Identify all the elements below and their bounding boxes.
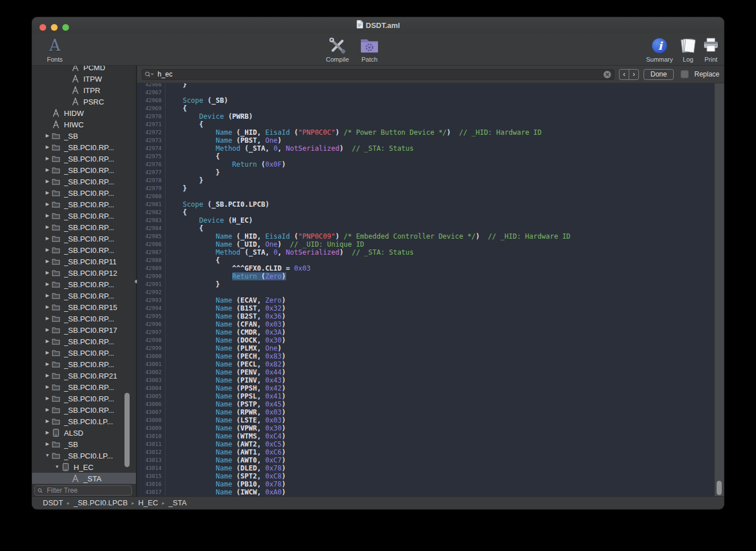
disclosure-collapsed-icon[interactable]: ▶ [43,359,51,370]
code-line[interactable]: 42980 [137,192,715,200]
breadcrumb-item[interactable]: _STA [168,498,187,507]
disclosure-collapsed-icon[interactable]: ▶ [43,153,51,164]
tree-item[interactable]: ▶_SB.PCI0.RP... [32,279,136,290]
code-line[interactable]: 43015 Name (SPT2, 0xC8) [137,472,715,480]
code-line[interactable]: 43004 Name (PPSH, 0x42) [137,384,715,392]
code-line[interactable]: 42975 { [137,152,715,160]
code-line[interactable]: 42966 } [137,83,715,89]
code-line[interactable]: 43017 Name (IWCW, 0xA0) [137,488,715,496]
disclosure-collapsed-icon[interactable]: ▶ [43,290,51,301]
tree-item[interactable]: ▶_SB.PCI0.RP... [32,290,136,301]
disclosure-collapsed-icon[interactable]: ▶ [43,416,51,427]
summary-button[interactable]: i Summary [642,35,677,63]
editor-scrollbar-thumb[interactable] [717,481,722,495]
code-line[interactable]: 43000 Name (PECH, 0x83) [137,352,715,360]
code-line[interactable]: 42997 Name (CMDR, 0x3A) [137,328,715,336]
disclosure-collapsed-icon[interactable]: ▶ [43,130,51,142]
code-line[interactable]: 43010 Name (WTMS, 0xC4) [137,432,715,440]
compile-button[interactable]: Compile [321,35,354,63]
code-line[interactable]: 42985 Name (_HID, EisaId ("PNP0C09") /* … [137,232,715,240]
disclosure-collapsed-icon[interactable]: ▶ [43,164,51,176]
fonts-button[interactable]: A Fonts [40,35,70,63]
disclosure-expanded-icon[interactable]: ▼ [43,450,51,461]
tree-item[interactable]: ▶_SB.PCI0.RP17 [32,324,136,336]
tree-item[interactable]: ▶_SB.PCI0.RP11 [32,256,136,267]
code-line[interactable]: 42993 Name (ECAV, Zero) [137,296,715,304]
disclosure-collapsed-icon[interactable]: ▶ [43,301,51,313]
tree-item[interactable]: ▶_SB.PCI0.RP... [32,381,136,393]
code-line[interactable]: 43003 Name (PINV, 0x43) [137,376,715,384]
code-line[interactable]: 43002 Name (PENV, 0x44) [137,368,715,376]
disclosure-collapsed-icon[interactable]: ▶ [43,324,51,336]
find-previous-button[interactable]: ‹ [620,70,629,79]
tree-item[interactable]: ▼_SB.PCI0.LP... [32,450,136,461]
editor-scrollbar[interactable] [714,83,724,496]
code-line[interactable]: 42992 [137,288,715,296]
disclosure-collapsed-icon[interactable]: ▶ [43,370,51,381]
code-line[interactable]: 42973 Name (PBST, One) [137,136,715,144]
code-line[interactable]: 43016 Name (PB10, 0x78) [137,480,715,488]
code-line[interactable]: 42994 Name (B1ST, 0x32) [137,304,715,312]
code-line[interactable]: 43009 Name (VPWR, 0x30) [137,424,715,432]
tree-item[interactable]: ▶_SB.PCI0.RP... [32,176,136,187]
code-line[interactable]: 42991 } [137,280,715,288]
tree-item[interactable]: ▶_SB.PCI0.RP... [32,313,136,324]
code-line[interactable]: 43007 Name (RPWR, 0x03) [137,408,715,416]
code-line[interactable]: 42986 Name (_UID, One) // _UID: Unique I… [137,240,715,248]
code-line[interactable]: 43006 Name (PSTP, 0x45) [137,400,715,408]
tree-item[interactable]: ▶_SB.PCI0.RP15 [32,301,136,313]
code-line[interactable]: 42967 [137,89,715,96]
disclosure-collapsed-icon[interactable]: ▶ [43,267,51,279]
code-line[interactable]: 43014 Name (DLED, 0x78) [137,464,715,472]
disclosure-collapsed-icon[interactable]: ▶ [43,142,51,153]
disclosure-collapsed-icon[interactable]: ▶ [43,244,51,256]
code-line[interactable]: 42988 { [137,256,715,264]
code-line[interactable]: 42970 Device (PWRB) [137,112,715,120]
tree-item[interactable]: ▶_SB.PCI0.RP... [32,222,136,233]
code-line[interactable]: 42984 { [137,224,715,232]
tree-item[interactable]: PSRC [32,96,136,107]
code-line[interactable]: 43012 Name (AWT1, 0xC6) [137,448,715,456]
zoom-button[interactable] [62,24,69,31]
code-line[interactable]: 42995 Name (B2ST, 0x36) [137,312,715,320]
code-editor[interactable]: 42966 }4296742968 Scope (_SB)42969 {4297… [137,83,724,496]
tree-item[interactable]: ▶_SB.PCI0.RP... [32,210,136,222]
tree-item[interactable]: PCMD [32,66,136,73]
search-field[interactable]: ✕ [142,69,614,80]
disclosure-collapsed-icon[interactable]: ▶ [43,233,51,244]
sidebar-scrollbar-thumb[interactable] [124,393,130,467]
code-line[interactable]: 43008 Name (LSTE, 0x03) [137,416,715,424]
disclosure-collapsed-icon[interactable]: ▶ [43,404,51,416]
code-line[interactable]: 42976 Return (0x0F) [137,160,715,168]
code-line[interactable]: 43013 Name (AWT0, 0xC7) [137,456,715,464]
breadcrumb-item[interactable]: H_EC [138,498,158,507]
disclosure-collapsed-icon[interactable]: ▶ [43,187,51,199]
tree-item[interactable]: ▶_SB.PCI0.LP... [32,416,136,427]
code-line[interactable]: 42977 } [137,168,715,176]
filter-tree-field[interactable] [34,485,132,496]
disclosure-collapsed-icon[interactable]: ▶ [43,347,51,359]
disclosure-collapsed-icon[interactable]: ▶ [43,256,51,267]
breadcrumb-item[interactable]: _SB.PCI0.LPCB [74,498,128,507]
tree-item[interactable]: ▶_SB [32,130,136,142]
code-line[interactable]: 42969 { [137,104,715,112]
code-line[interactable]: 43005 Name (PPSL, 0x41) [137,392,715,400]
patch-button[interactable]: Patch [355,35,384,63]
window-titlebar[interactable]: DSDT.aml [32,17,724,33]
tree-item[interactable]: ▶_SB.PCI0.RP... [32,347,136,359]
disclosure-collapsed-icon[interactable]: ▶ [43,279,51,290]
replace-checkbox[interactable] [681,70,689,78]
code-line[interactable]: 42982 { [137,208,715,216]
tree-item[interactable]: ▶_SB.PCI0.RP... [32,164,136,176]
tree-item[interactable]: ▶_SB.PCI0.RP... [32,153,136,164]
code-line[interactable]: 42998 Name (DOCK, 0x30) [137,336,715,344]
tree-item[interactable]: ▶_SB.PCI0.RP... [32,233,136,244]
tree-item[interactable]: ▶_SB.PCI0.RP12 [32,267,136,279]
disclosure-collapsed-icon[interactable]: ▶ [43,427,51,439]
close-button[interactable] [39,24,46,31]
code-line[interactable]: 42974 Method (_STA, 0, NotSerialized) //… [137,144,715,152]
code-line[interactable]: 42978 } [137,176,715,184]
code-line[interactable]: 42972 Name (_HID, EisaId ("PNP0C0C") /* … [137,128,715,136]
disclosure-collapsed-icon[interactable]: ▶ [43,199,51,210]
tree-item[interactable]: ▶_SB.PCI0.RP... [32,244,136,256]
